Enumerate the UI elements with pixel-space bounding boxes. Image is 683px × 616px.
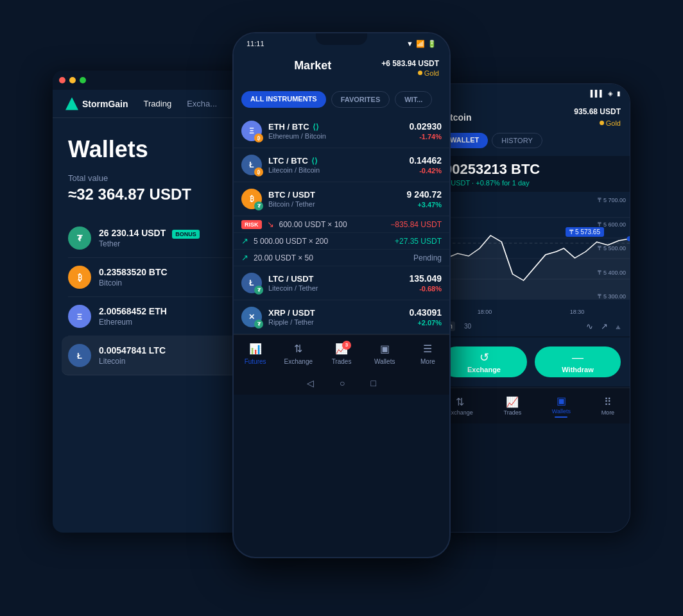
status-icons: ▼ 📶 🔋	[406, 40, 437, 48]
status-time: 11:11	[246, 40, 264, 47]
gold-badge: Gold	[418, 69, 439, 77]
withdraw-label: Withdraw	[562, 366, 593, 373]
xrp-usdt-name: XRP / USDT	[268, 308, 402, 318]
close-dot[interactable]	[59, 77, 65, 83]
market-item-eth-btc[interactable]: Ξ ₿ ETH / BTC ⟨⟩ Ethereum / Bitcoin 0.02…	[234, 114, 449, 148]
eth-btc-price: 0.02930 -1.74%	[409, 121, 442, 141]
bitcoin-header: Bitcoin 935.68 USDT Gold	[441, 107, 621, 128]
trades-label: Trades	[332, 358, 352, 365]
up-arrow-icon: ↗	[241, 236, 248, 246]
nav-trades[interactable]: 📈 3 Trades	[320, 342, 363, 365]
withdraw-button[interactable]: — Withdraw	[535, 346, 621, 377]
minimize-dot[interactable]	[69, 77, 76, 83]
risk-pl-3: Pending	[413, 253, 442, 262]
chart-icon: ⟨⟩	[313, 123, 319, 132]
exchange-button[interactable]: ↺ Exchange	[441, 346, 527, 377]
usdt-name: Tether	[99, 239, 236, 248]
nav-exchange[interactable]: ⇅ Exchange	[277, 342, 320, 365]
bonus-badge: BONUS	[172, 230, 200, 239]
chart-type-icons: ∿ ↗ ⟁	[586, 321, 621, 331]
nav-trading[interactable]: Trading	[144, 99, 172, 108]
eth-btc-pair: ETH / BTC ⟨⟩ Ethereum / Bitcoin	[268, 122, 402, 140]
wallets-icon: ▣	[377, 342, 392, 356]
nav-futures[interactable]: 📊 Futures	[234, 342, 277, 365]
app-header-right: Bitcoin 935.68 USDT Gold WALLET HISTORY	[432, 102, 630, 156]
line-chart-icon[interactable]: ∿	[586, 321, 593, 331]
risk-row-2[interactable]: ↗ 5 000.00 USDT × 200 +27.35 USDT	[234, 233, 449, 250]
signal-icon: ▼	[406, 40, 413, 47]
eth-btc-icon: Ξ ₿	[241, 121, 262, 141]
ltc-btc-price: 0.14462 -0.42%	[409, 155, 442, 175]
market-item-xrp-usdt[interactable]: ✕ ₮ XRP / USDT Ripple / Tether 0.43091 +…	[234, 300, 449, 334]
ltc-usdt-name: LTC / USDT	[268, 274, 402, 284]
eth-btc-name: ETH / BTC ⟨⟩	[268, 122, 402, 132]
risk-row-3[interactable]: ↗ 20.00 USDT × 50 Pending	[234, 250, 449, 266]
market-item-ltc-btc[interactable]: Ł ₿ LTC / BTC ⟨⟩ Litecoin / Bitcoin 0.14…	[234, 148, 449, 182]
android-bar: ◁ ○ □	[234, 372, 449, 395]
candlestick-icon[interactable]: ⟁	[616, 321, 621, 331]
header-row: Market +6 583.94 USDT Gold	[244, 59, 439, 77]
home-btn[interactable]: ○	[340, 378, 345, 388]
chart-icon-ltc: ⟨⟩	[311, 157, 318, 166]
right-exchange-icon: ⇅	[456, 396, 464, 408]
market-item-btc-usdt[interactable]: ₿ ₮ BTC / USDT Bitcoin / Tether 9 240.72…	[234, 182, 449, 216]
recents-btn[interactable]: □	[371, 378, 376, 388]
right-nav-more[interactable]: ⠿ More	[601, 396, 615, 416]
risk-badge: RISK	[241, 220, 262, 229]
nav-more[interactable]: ☰ More	[406, 342, 449, 365]
back-btn[interactable]: ◁	[307, 378, 314, 388]
gold-badge-right: Gold	[600, 119, 621, 127]
wallet-info-eth: 2.00568452 ETH Ethereum	[99, 306, 240, 327]
market-item-ltc-usdt[interactable]: Ł ₮ LTC / USDT Litecoin / Tether 135.049…	[234, 266, 449, 300]
xrp-usdt-price: 0.43091 +2.07%	[409, 307, 442, 327]
btc-usdt-name: BTC / USDT	[268, 190, 401, 200]
risk-pl-1: −835.84 USDT	[390, 220, 442, 229]
center-phone: 11:11 ▼ 📶 🔋 Market +6 583.94 USDT Gold	[232, 32, 451, 558]
ltc-usdt-pair: LTC / USDT Litecoin / Tether	[268, 274, 402, 292]
exchange-label: Exchange	[284, 358, 313, 365]
btc-usdt-pair: BTC / USDT Bitcoin / Tether	[268, 190, 401, 208]
tab-wit[interactable]: WIT...	[395, 91, 432, 108]
tab-all-instruments[interactable]: ALL INSTRUMENTS	[241, 91, 326, 108]
stormgain-logo-icon	[65, 98, 78, 110]
right-trades-icon: 📈	[506, 396, 519, 408]
notch	[316, 33, 367, 45]
xrp-usdt-pair: XRP / USDT Ripple / Tether	[268, 308, 402, 326]
tab-favorites[interactable]: FAVORITES	[331, 91, 390, 108]
market-title: Market	[294, 59, 331, 73]
app-header-center: Market +6 583.94 USDT Gold	[234, 54, 449, 85]
right-nav-wallets[interactable]: ▣ Wallets	[552, 395, 571, 418]
bar-chart-icon[interactable]: ↗	[601, 321, 608, 331]
stormgain-logo: StormGain	[65, 98, 128, 110]
right-nav-trades[interactable]: 📈 Trades	[503, 396, 521, 416]
ethereum-icon: Ξ	[68, 305, 91, 328]
up-arrow-icon-2: ↗	[241, 253, 248, 262]
chart-x-labels: 18:00 18:30	[432, 307, 630, 316]
status-bar-right: ▌▌▌ ◈ ▮	[432, 84, 630, 102]
nav-exchange[interactable]: Excha...	[187, 99, 217, 108]
ltc-btc-icon: Ł ₿	[241, 155, 262, 175]
risk-row-1[interactable]: RISK ↘ 600.00 USDT × 100 −835.84 USDT	[234, 216, 449, 233]
btc-sub-info: 55 USDT · +0.87% for 1 day	[432, 178, 630, 192]
nav-wallets[interactable]: ▣ Wallets	[363, 342, 406, 365]
ltc-usdt-sub: Litecoin / Tether	[268, 284, 402, 292]
battery-icon-right: ▮	[617, 90, 621, 97]
eth-name: Ethereum	[99, 318, 240, 327]
right-more-icon: ⠿	[604, 396, 612, 408]
chart-y-labels: ₸ 5 700.00 ₸ 5 600.00 ₸ 5 500.00 ₸ 5 400…	[598, 197, 626, 300]
history-tab[interactable]: HISTORY	[492, 133, 542, 148]
signal-bars-icon: ▌▌▌	[591, 90, 604, 97]
btc-usdt-price: 9 240.72 +3.47%	[407, 189, 442, 209]
ltc-btc-sub: Litecoin / Bitcoin	[268, 166, 402, 174]
right-nav-exchange[interactable]: ⇅ Exchange	[447, 396, 473, 416]
header-balance: +6 583.94 USDT Gold	[381, 59, 439, 77]
futures-icon: 📊	[248, 342, 263, 356]
ltc-usdt-price: 135.049 -0.68%	[409, 273, 442, 293]
risk-pl-2: +27.35 USDT	[395, 237, 442, 246]
time-30[interactable]: 30	[462, 321, 474, 331]
market-list: Ξ ₿ ETH / BTC ⟨⟩ Ethereum / Bitcoin 0.02…	[234, 114, 449, 334]
usdt-amount: 26 230.14 USDT BONUS	[99, 228, 236, 238]
eth-btc-sub: Ethereum / Bitcoin	[268, 132, 402, 140]
trades-badge: 3	[342, 341, 351, 350]
maximize-dot[interactable]	[80, 77, 86, 83]
